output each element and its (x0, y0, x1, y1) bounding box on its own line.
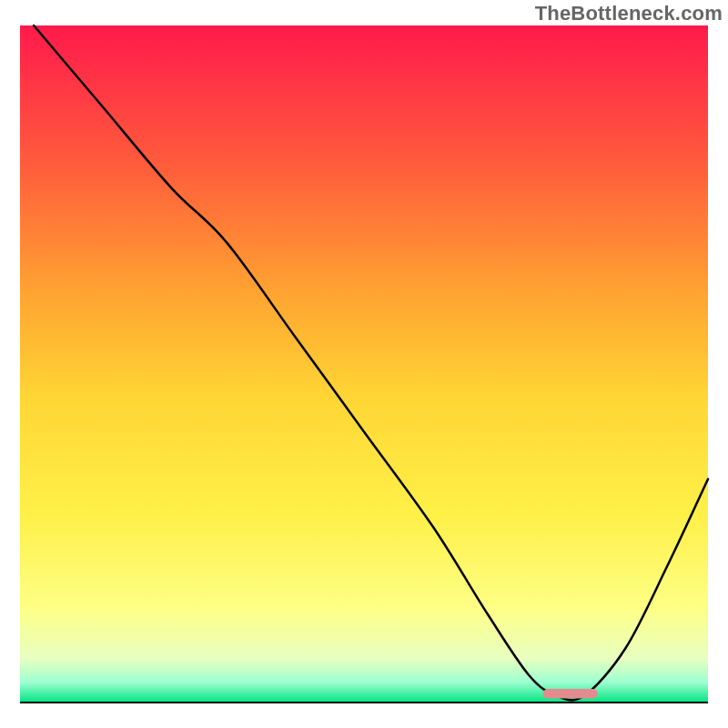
chart-svg (0, 0, 728, 728)
watermark-text: TheBottleneck.com (535, 2, 723, 25)
gradient-background (20, 25, 708, 703)
chart-container: TheBottleneck.com (0, 0, 728, 728)
plot-area (20, 25, 708, 703)
optimal-range-marker (543, 689, 598, 698)
